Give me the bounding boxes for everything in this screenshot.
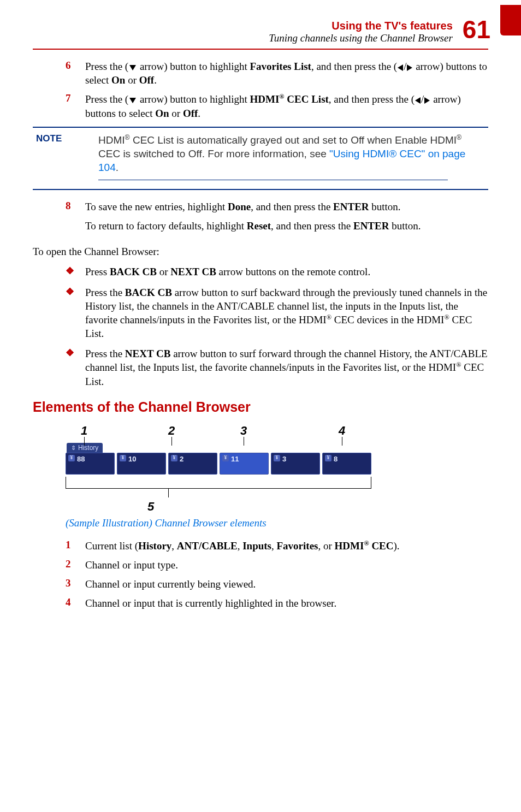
history-tab: ⇕History xyxy=(66,442,488,453)
page: Using the TV's features Tuning channels … xyxy=(0,0,521,637)
legend-number: 1 xyxy=(66,539,85,553)
legend-number: 3 xyxy=(66,577,85,591)
section-heading: Elements of the Channel Browser xyxy=(33,399,488,415)
bullet-text: Press BACK CB or NEXT CB arrow buttons o… xyxy=(85,265,370,278)
diamond-bullet-icon: ❖ xyxy=(66,347,85,388)
step-number: 7 xyxy=(66,92,85,120)
left-arrow-icon xyxy=(398,64,403,71)
updown-icon: ⇕ xyxy=(71,444,76,452)
figure-caption: (Sample Illustration) Channel Browser el… xyxy=(66,517,488,529)
step-6: 6 Press the ( arrow) button to highlight… xyxy=(66,60,488,87)
antenna-icon: ¥ xyxy=(171,455,177,461)
legend-item-1: 1 Current list (History, ANT/CABLE, Inpu… xyxy=(66,539,488,553)
antenna-icon: ¥ xyxy=(68,455,75,461)
channel-cell: ¥88 xyxy=(66,453,115,475)
note-body: HDMI® CEC List is automatically grayed o… xyxy=(98,133,488,175)
down-arrow-icon xyxy=(129,65,136,70)
legend-item-3: 3 Channel or input currently being viewe… xyxy=(66,577,488,591)
legend-text: Current list (History, ANT/CABLE, Inputs… xyxy=(85,539,400,553)
legend-text: Channel or input currently being viewed. xyxy=(85,577,256,591)
page-number: 61 xyxy=(463,19,490,41)
legend-text: Channel or input type. xyxy=(85,558,178,572)
antenna-icon: ¥ xyxy=(325,455,331,461)
bullet-text: Press the NEXT CB arrow button to surf f… xyxy=(85,347,488,388)
channel-cell: ¥2 xyxy=(168,453,217,475)
antenna-icon: ¥ xyxy=(274,455,280,461)
note-body-wrap: HDMI® CEC List is automatically grayed o… xyxy=(98,133,488,181)
legend-text: Channel or input that is currently highl… xyxy=(85,596,336,610)
channel-browser-figure: 1 2 3 4 ⇕History ¥88 ¥10 ¥2 ¥11 ¥3 ¥8 xyxy=(66,424,488,514)
channel-strip: ¥88 ¥10 ¥2 ¥11 ¥3 ¥8 xyxy=(66,453,371,475)
bullet-item: ❖ Press the BACK CB arrow button to surf… xyxy=(66,286,488,341)
step-7: 7 Press the ( arrow) button to highlight… xyxy=(66,92,488,120)
callout-4: 4 xyxy=(339,424,345,438)
legend-item-2: 2 Channel or input type. xyxy=(66,558,488,572)
header-title: Using the TV's features xyxy=(269,20,453,32)
callout-3: 3 xyxy=(240,424,247,438)
legend-item-4: 4 Channel or input that is currently hig… xyxy=(66,596,488,610)
right-arrow-icon xyxy=(424,97,430,104)
body-content: 6 Press the ( arrow) button to highlight… xyxy=(33,60,488,610)
page-header: Using the TV's features Tuning channels … xyxy=(33,20,488,44)
bullet-text: Press the BACK CB arrow button to surf b… xyxy=(85,286,488,341)
bullet-item: ❖ Press BACK CB or NEXT CB arrow buttons… xyxy=(66,265,488,278)
bullet-item: ❖ Press the NEXT CB arrow button to surf… xyxy=(66,347,488,388)
page-number-block: 61 xyxy=(463,19,488,41)
channel-cell: ¥3 xyxy=(271,453,320,475)
figure-top-labels: 1 2 3 4 xyxy=(66,424,371,442)
step-text: To save the new entries, highlight Done,… xyxy=(85,200,421,239)
legend-number: 2 xyxy=(66,558,85,572)
open-browser-line: To open the Channel Browser: xyxy=(33,245,488,258)
step-number: 6 xyxy=(66,60,85,87)
right-arrow-icon xyxy=(407,64,412,71)
note-label: NOTE xyxy=(33,133,98,181)
step-text: Press the ( arrow) button to highlight F… xyxy=(85,60,488,87)
channel-cell-selected: ¥11 xyxy=(220,453,269,475)
diamond-bullet-icon: ❖ xyxy=(66,265,85,278)
down-arrow-icon xyxy=(129,98,136,103)
header-subtitle: Tuning channels using the Channel Browse… xyxy=(269,32,453,44)
antenna-icon: ¥ xyxy=(120,455,126,461)
left-arrow-icon xyxy=(415,97,421,104)
header-rule xyxy=(33,49,488,50)
step-text: Press the ( arrow) button to highlight H… xyxy=(85,92,488,120)
corner-tab-icon xyxy=(500,5,521,35)
note-block: NOTE HDMI® CEC List is automatically gra… xyxy=(33,127,488,191)
header-text-block: Using the TV's features Tuning channels … xyxy=(269,20,453,44)
antenna-icon: ¥ xyxy=(222,455,229,461)
callout-5-stem xyxy=(168,489,169,497)
callout-1: 1 xyxy=(81,424,87,438)
step-8-return: To return to factory defaults, highlight… xyxy=(85,219,421,233)
diamond-bullet-icon: ❖ xyxy=(66,286,85,341)
note-inner-rule xyxy=(98,180,448,180)
channel-cell: ¥8 xyxy=(322,453,371,475)
callout-5: 5 xyxy=(147,500,488,514)
channel-cell: ¥10 xyxy=(117,453,166,475)
step-number: 8 xyxy=(66,200,85,239)
legend-number: 4 xyxy=(66,596,85,610)
callout-2: 2 xyxy=(168,424,175,438)
figure-bottom-bracket xyxy=(66,477,371,489)
step-8: 8 To save the new entries, highlight Don… xyxy=(66,200,488,239)
